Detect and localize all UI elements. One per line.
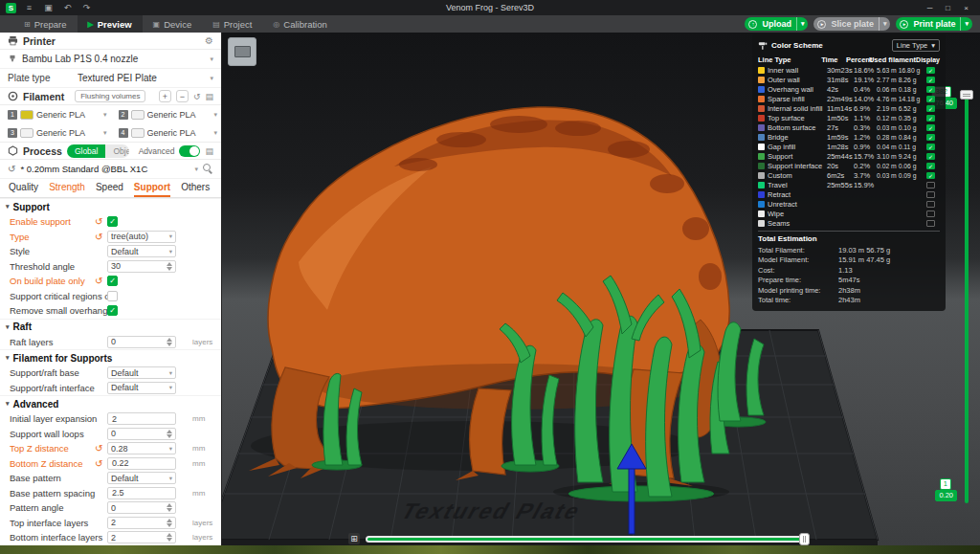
spinner-up-icon[interactable]: [167, 338, 172, 342]
spinner-down-icon[interactable]: [167, 523, 172, 527]
minimize-icon[interactable]: ─: [922, 1, 938, 15]
flushing-volumes-button[interactable]: Flushing volumes: [75, 90, 145, 102]
spinner-up-icon[interactable]: [167, 430, 172, 433]
spinner-arrows[interactable]: [167, 338, 172, 346]
reset-icon[interactable]: ↺: [95, 216, 102, 227]
filament-list-icon[interactable]: ▤: [205, 92, 213, 101]
settings-group-header[interactable]: ▾Raft: [0, 319, 221, 335]
filament-slot-3[interactable]: 3Generic PLA▾: [0, 123, 111, 142]
display-checkbox[interactable]: ✓: [926, 105, 935, 112]
display-checkbox[interactable]: ✓: [926, 96, 935, 102]
dropdown[interactable]: 0.28▾: [107, 442, 176, 454]
dropdown[interactable]: Default▾: [107, 382, 176, 394]
spinner-down-icon[interactable]: [167, 538, 172, 542]
menu-icon[interactable]: ≡: [23, 0, 35, 15]
printer-select[interactable]: Bambu Lab P1S 0.4 nozzle ▾: [0, 50, 221, 69]
slider-mode-icon[interactable]: ⊞: [348, 533, 360, 544]
spinner-input[interactable]: 0: [107, 336, 176, 348]
upload-dropdown-icon[interactable]: ▾: [796, 17, 809, 31]
sync-filament-icon[interactable]: ↺: [193, 92, 201, 101]
spinner-arrows[interactable]: [167, 503, 172, 512]
spinner-arrows[interactable]: [167, 533, 172, 542]
undo-icon[interactable]: ↶: [61, 0, 74, 15]
scheme-select[interactable]: Line Type ▾: [892, 39, 940, 52]
dropdown[interactable]: Default▾: [107, 245, 176, 257]
spinner-up-icon[interactable]: [167, 262, 172, 266]
reset-icon[interactable]: ↺: [95, 443, 102, 454]
print-dropdown-icon[interactable]: ▾: [960, 17, 972, 31]
display-checkbox[interactable]: ✓: [926, 115, 935, 122]
filament-color-chip[interactable]: [131, 128, 145, 138]
layer-slider-handle[interactable]: [960, 90, 973, 100]
settings-group-header[interactable]: ▾Support: [0, 198, 221, 214]
display-checkbox[interactable]: ✓: [926, 163, 935, 169]
spinner-arrows[interactable]: [167, 430, 172, 438]
scope-global-button[interactable]: Global: [67, 144, 106, 158]
display-checkbox[interactable]: ✓: [926, 67, 935, 74]
save-icon[interactable]: ▣: [42, 0, 55, 15]
spinner-input[interactable]: 0: [107, 428, 176, 440]
spinner-down-icon[interactable]: [167, 434, 172, 438]
param-tab-strength[interactable]: Strength: [49, 182, 85, 197]
display-checkbox[interactable]: ✓: [926, 172, 935, 179]
display-checkbox[interactable]: ✓: [926, 144, 935, 150]
checkbox[interactable]: ✓: [107, 216, 118, 227]
scope-objects-button[interactable]: Objects: [105, 144, 128, 158]
tab-prepare[interactable]: ⊞Prepare: [13, 15, 78, 33]
dropdown[interactable]: tree(auto)▾: [107, 231, 176, 243]
param-tab-speed[interactable]: Speed: [96, 182, 123, 197]
add-filament-button[interactable]: +: [159, 90, 171, 102]
maximize-icon[interactable]: □: [940, 1, 956, 15]
redo-icon[interactable]: ↷: [80, 0, 93, 15]
filament-color-chip[interactable]: [20, 110, 33, 120]
spinner-down-icon[interactable]: [167, 267, 172, 271]
display-checkbox[interactable]: ✓: [926, 86, 935, 93]
advanced-toggle[interactable]: [179, 145, 200, 157]
filament-color-chip[interactable]: [131, 110, 145, 120]
spinner-arrows[interactable]: [167, 262, 172, 271]
filament-slot-4[interactable]: 4Generic PLA▾: [111, 123, 222, 142]
display-checkbox[interactable]: [926, 220, 935, 227]
text-input[interactable]: 2: [107, 412, 176, 425]
spinner-down-icon[interactable]: [167, 508, 172, 512]
sync-preset-icon[interactable]: ↺: [8, 164, 15, 174]
checkbox[interactable]: [107, 291, 118, 301]
spinner-input[interactable]: 2: [107, 531, 176, 543]
spinner-up-icon[interactable]: [167, 519, 172, 522]
spinner-down-icon[interactable]: [167, 343, 172, 346]
plate-1-thumbnail[interactable]: [228, 37, 256, 66]
checkbox[interactable]: ✓: [107, 276, 118, 286]
checkbox[interactable]: ✓: [107, 305, 118, 316]
settings-group-header[interactable]: ▾Filament for Supports: [0, 349, 221, 366]
spinner-input[interactable]: 0: [107, 501, 176, 514]
move-slider-handle[interactable]: [799, 533, 810, 545]
display-checkbox[interactable]: ✓: [926, 134, 935, 141]
spinner-arrows[interactable]: [167, 519, 172, 527]
reset-icon[interactable]: ↺: [95, 232, 102, 242]
printer-settings-gear-icon[interactable]: ⚙: [205, 35, 213, 46]
reset-icon[interactable]: ↺: [95, 276, 102, 286]
spinner-up-icon[interactable]: [167, 503, 172, 507]
filament-slot-1[interactable]: 1Generic PLA▾: [0, 105, 111, 123]
process-preset-select[interactable]: ↺ * 0.20mm Standard @BBL X1C ▾: [0, 160, 221, 179]
param-tab-others[interactable]: Others: [181, 182, 210, 197]
spinner-up-icon[interactable]: [167, 533, 172, 537]
tab-project[interactable]: ▤Project: [202, 15, 262, 33]
param-tab-quality[interactable]: Quality: [9, 182, 38, 197]
reset-icon[interactable]: ↺: [95, 458, 102, 469]
param-tab-support[interactable]: Support: [134, 182, 170, 197]
spinner-input[interactable]: 2: [107, 517, 176, 529]
viewport-canvas[interactable]: Textured Plate: [222, 33, 980, 545]
tab-preview[interactable]: ▶Preview: [78, 15, 143, 33]
filament-color-chip[interactable]: [20, 128, 33, 138]
search-preset-icon[interactable]: [203, 164, 213, 174]
settings-group-header[interactable]: ▾Advanced: [0, 395, 221, 411]
slice-dropdown-icon[interactable]: ▾: [879, 17, 891, 31]
move-slider[interactable]: [366, 536, 807, 543]
param-list-icon[interactable]: ▤: [205, 146, 213, 156]
layer-slider[interactable]: [965, 90, 969, 503]
display-checkbox[interactable]: ✓: [926, 77, 935, 83]
slice-plate-button[interactable]: ▸ Slice plate ▾: [813, 17, 890, 31]
tab-calibration[interactable]: ◎Calibration: [262, 15, 337, 33]
display-checkbox[interactable]: [926, 211, 935, 217]
